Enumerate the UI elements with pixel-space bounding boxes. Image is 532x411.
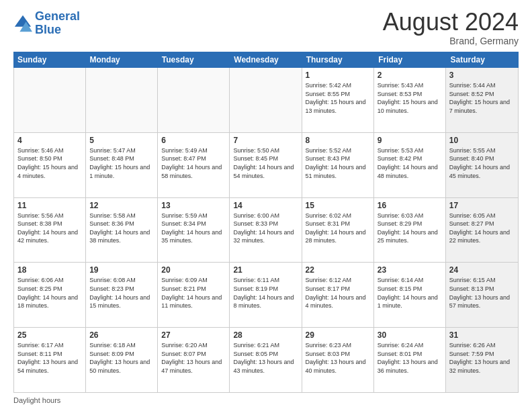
day-num-19: 19 [89, 265, 154, 275]
cal-cell-7: 7 Sunrise: 5:50 AMSunset: 8:45 PMDayligh… [230, 133, 302, 197]
cell-info-15: Sunrise: 6:02 AMSunset: 8:31 PMDaylight:… [306, 212, 370, 245]
cal-cell-28: 28 Sunrise: 6:21 AMSunset: 8:05 PMDaylig… [230, 328, 302, 392]
day-num-23: 23 [378, 265, 442, 275]
day-num-10: 10 [449, 136, 515, 145]
cell-info-4: Sunrise: 5:46 AMSunset: 8:50 PMDaylight:… [17, 146, 82, 180]
week-row-5: 25 Sunrise: 6:17 AMSunset: 8:11 PMDaylig… [14, 328, 518, 392]
cal-cell-8: 8 Sunrise: 5:52 AMSunset: 8:43 PMDayligh… [302, 133, 374, 197]
day-num-5: 5 [89, 136, 154, 145]
cell-info-5: Sunrise: 5:47 AMSunset: 8:48 PMDaylight:… [89, 146, 154, 180]
logo-line1: General [35, 9, 80, 23]
calendar: Sunday Monday Tuesday Wednesday Thursday… [13, 52, 519, 393]
day-num-25: 25 [17, 330, 82, 340]
svg-marker-0 [15, 15, 31, 27]
cal-cell-17: 17 Sunrise: 6:05 AMSunset: 8:27 PMDaylig… [446, 198, 518, 263]
day-num-16: 16 [378, 201, 442, 210]
calendar-header: Sunday Monday Tuesday Wednesday Thursday… [13, 52, 519, 68]
cell-info-7: Sunrise: 5:50 AMSunset: 8:45 PMDaylight:… [233, 146, 298, 180]
cell-info-18: Sunrise: 6:06 AMSunset: 8:25 PMDaylight:… [17, 276, 82, 310]
cell-info-26: Sunrise: 6:18 AMSunset: 8:09 PMDaylight:… [89, 341, 154, 375]
page: General Blue August 2024 Brand, Germany … [0, 0, 532, 411]
cal-cell-empty-2 [86, 68, 158, 132]
cell-info-21: Sunrise: 6:11 AMSunset: 8:19 PMDaylight:… [233, 276, 298, 310]
cell-info-3: Sunrise: 5:44 AMSunset: 8:52 PMDaylight:… [449, 81, 515, 115]
cell-info-9: Sunrise: 5:53 AMSunset: 8:42 PMDaylight:… [378, 146, 442, 180]
header: General Blue August 2024 Brand, Germany [13, 10, 519, 46]
cal-cell-31: 31 Sunrise: 6:26 AMSunset: 7:59 PMDaylig… [446, 328, 518, 392]
cal-cell-10: 10 Sunrise: 5:55 AMSunset: 8:40 PMDaylig… [446, 133, 518, 197]
cal-cell-13: 13 Sunrise: 5:59 AMSunset: 8:34 PMDaylig… [158, 198, 230, 263]
day-num-31: 31 [449, 330, 515, 340]
cal-cell-19: 19 Sunrise: 6:08 AMSunset: 8:23 PMDaylig… [86, 263, 158, 327]
cell-info-30: Sunrise: 6:24 AMSunset: 8:01 PMDaylight:… [378, 341, 442, 375]
title-block: August 2024 Brand, Germany [383, 10, 519, 46]
cal-cell-5: 5 Sunrise: 5:47 AMSunset: 8:48 PMDayligh… [86, 133, 158, 197]
cal-cell-empty-4 [230, 68, 302, 132]
day-num-6: 6 [161, 136, 226, 145]
day-num-15: 15 [306, 201, 370, 210]
day-num-28: 28 [233, 330, 298, 340]
cal-cell-6: 6 Sunrise: 5:49 AMSunset: 8:47 PMDayligh… [158, 133, 230, 197]
cal-cell-11: 11 Sunrise: 5:56 AMSunset: 8:38 PMDaylig… [14, 198, 86, 263]
cal-cell-27: 27 Sunrise: 6:20 AMSunset: 8:07 PMDaylig… [158, 328, 230, 392]
cell-info-24: Sunrise: 6:15 AMSunset: 8:13 PMDaylight:… [449, 276, 515, 310]
cal-cell-24: 24 Sunrise: 6:15 AMSunset: 8:13 PMDaylig… [446, 263, 518, 327]
cal-cell-23: 23 Sunrise: 6:14 AMSunset: 8:15 PMDaylig… [374, 263, 446, 327]
cal-cell-1: 1 Sunrise: 5:42 AMSunset: 8:55 PMDayligh… [302, 68, 374, 132]
cal-cell-20: 20 Sunrise: 6:09 AMSunset: 8:21 PMDaylig… [158, 263, 230, 327]
day-num-18: 18 [17, 265, 82, 275]
cal-cell-26: 26 Sunrise: 6:18 AMSunset: 8:09 PMDaylig… [86, 328, 158, 392]
header-tuesday: Tuesday [158, 52, 230, 68]
cell-info-16: Sunrise: 6:03 AMSunset: 8:29 PMDaylight:… [378, 212, 442, 245]
cell-info-11: Sunrise: 5:56 AMSunset: 8:38 PMDaylight:… [17, 212, 82, 245]
cell-info-14: Sunrise: 6:00 AMSunset: 8:33 PMDaylight:… [233, 212, 298, 245]
cell-info-23: Sunrise: 6:14 AMSunset: 8:15 PMDaylight:… [378, 276, 442, 310]
day-num-8: 8 [306, 136, 370, 145]
logo-icon [13, 14, 32, 33]
cal-cell-9: 9 Sunrise: 5:53 AMSunset: 8:42 PMDayligh… [374, 133, 446, 197]
cal-cell-2: 2 Sunrise: 5:43 AMSunset: 8:53 PMDayligh… [374, 68, 446, 132]
cell-info-13: Sunrise: 5:59 AMSunset: 8:34 PMDaylight:… [161, 212, 226, 245]
day-num-4: 4 [17, 136, 82, 145]
header-monday: Monday [85, 52, 157, 68]
day-num-3: 3 [449, 71, 515, 80]
cal-cell-30: 30 Sunrise: 6:24 AMSunset: 8:01 PMDaylig… [374, 328, 446, 392]
cal-cell-3: 3 Sunrise: 5:44 AMSunset: 8:52 PMDayligh… [446, 68, 518, 132]
cell-info-1: Sunrise: 5:42 AMSunset: 8:55 PMDaylight:… [306, 81, 370, 115]
day-num-29: 29 [306, 330, 370, 340]
cal-cell-15: 15 Sunrise: 6:02 AMSunset: 8:31 PMDaylig… [302, 198, 374, 263]
week-row-2: 4 Sunrise: 5:46 AMSunset: 8:50 PMDayligh… [14, 133, 518, 198]
cal-cell-4: 4 Sunrise: 5:46 AMSunset: 8:50 PMDayligh… [14, 133, 86, 197]
cal-cell-25: 25 Sunrise: 6:17 AMSunset: 8:11 PMDaylig… [14, 328, 86, 392]
cal-cell-22: 22 Sunrise: 6:12 AMSunset: 8:17 PMDaylig… [302, 263, 374, 327]
day-num-9: 9 [378, 136, 442, 145]
header-saturday: Saturday [447, 52, 519, 68]
day-num-26: 26 [89, 330, 154, 340]
cal-cell-empty-3 [158, 68, 230, 132]
header-thursday: Thursday [302, 52, 374, 68]
footer-note: Daylight hours [13, 396, 519, 404]
day-num-17: 17 [449, 201, 515, 210]
cal-cell-empty-1 [14, 68, 86, 132]
day-num-13: 13 [161, 201, 226, 210]
month-title: August 2024 [383, 10, 519, 34]
logo-text: General Blue [35, 10, 80, 37]
day-num-7: 7 [233, 136, 298, 145]
day-num-12: 12 [89, 201, 154, 210]
header-friday: Friday [374, 52, 446, 68]
cal-cell-18: 18 Sunrise: 6:06 AMSunset: 8:25 PMDaylig… [14, 263, 86, 327]
cell-info-17: Sunrise: 6:05 AMSunset: 8:27 PMDaylight:… [449, 212, 515, 245]
header-wednesday: Wednesday [230, 52, 302, 68]
cell-info-2: Sunrise: 5:43 AMSunset: 8:53 PMDaylight:… [378, 81, 442, 115]
cell-info-31: Sunrise: 6:26 AMSunset: 7:59 PMDaylight:… [449, 341, 515, 375]
cell-info-27: Sunrise: 6:20 AMSunset: 8:07 PMDaylight:… [161, 341, 226, 375]
cal-cell-16: 16 Sunrise: 6:03 AMSunset: 8:29 PMDaylig… [374, 198, 446, 263]
cell-info-19: Sunrise: 6:08 AMSunset: 8:23 PMDaylight:… [89, 276, 154, 310]
day-num-14: 14 [233, 201, 298, 210]
cell-info-20: Sunrise: 6:09 AMSunset: 8:21 PMDaylight:… [161, 276, 226, 310]
day-num-1: 1 [306, 71, 370, 80]
calendar-body: 1 Sunrise: 5:42 AMSunset: 8:55 PMDayligh… [13, 68, 519, 393]
cell-info-8: Sunrise: 5:52 AMSunset: 8:43 PMDaylight:… [306, 146, 370, 180]
location: Brand, Germany [383, 36, 519, 46]
cal-cell-14: 14 Sunrise: 6:00 AMSunset: 8:33 PMDaylig… [230, 198, 302, 263]
